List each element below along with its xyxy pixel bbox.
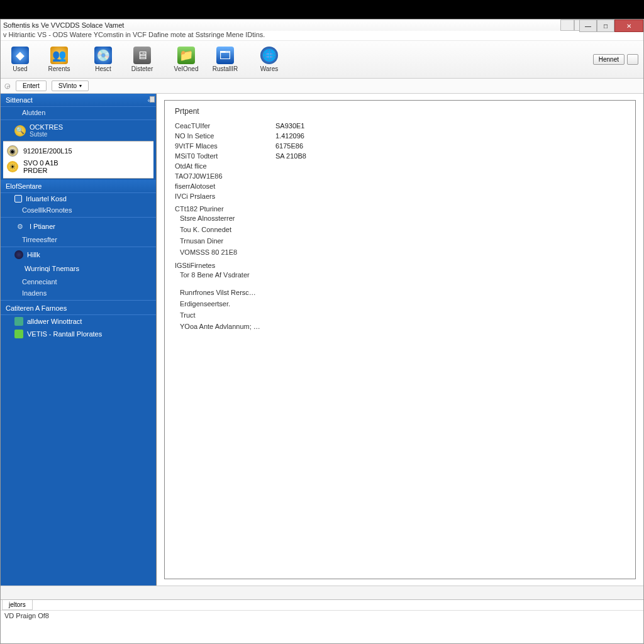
- prop-row: NO In Setice1.412096: [175, 131, 625, 141]
- sidebar-selected-item[interactable]: ◉91201E/200L15 ☀SVO 0 A1BPRDER: [3, 141, 153, 179]
- titlebar: Softentis ks Ve VVCDDS Solace Vamet — □ …: [1, 19, 643, 31]
- toolbar-group-3: 📁 VeIOned 🗔 RustallIR: [172, 47, 240, 72]
- action-link[interactable]: Runrfrones Vilst Rersc…: [175, 287, 625, 298]
- tb-wares[interactable]: 🌐 Wares: [255, 47, 284, 72]
- toolbar-group-1: ◆ Used 👥 Rerents: [6, 47, 74, 72]
- minimize-button[interactable]: —: [579, 19, 597, 32]
- tb-rustallir[interactable]: 🗔 RustallIR: [211, 47, 240, 72]
- dot-icon: [14, 263, 21, 274]
- sidebar-item-cenneciant[interactable]: Cenneciant: [1, 276, 156, 287]
- sidebar-section-catiteren[interactable]: Catiteren A Farnoes: [1, 302, 156, 315]
- main-toolbar: ◆ Used 👥 Rerents 💿 Hesct 🖥 Disteter 📁 Ve…: [1, 41, 643, 79]
- tb-used[interactable]: ◆ Used: [6, 47, 35, 72]
- sidebar-item-ockfres[interactable]: 🔍 OCKTRESSutste: [1, 121, 156, 140]
- sidebar-item-irluartel[interactable]: Irluartel Kosd: [1, 193, 156, 204]
- globe-icon: 🌐: [260, 47, 278, 64]
- window-buttons: — □ ✕: [579, 19, 643, 32]
- search-icon: 🔍: [14, 125, 26, 136]
- bottom-panel: jeltors VD Praign Of8: [1, 599, 643, 643]
- square-icon: [14, 195, 22, 203]
- hennet-button[interactable]: Hennet: [593, 54, 625, 65]
- toolbar-right: Hennet: [593, 54, 638, 65]
- subbar-tab-svinto[interactable]: SVinto▾: [52, 80, 89, 91]
- prop-row: MSiT0 TodtertSA 210B8: [175, 151, 625, 161]
- prop-row: CeacTUIferSA930E1: [175, 121, 625, 131]
- close-button[interactable]: ✕: [614, 19, 643, 32]
- toolbar-drop-button[interactable]: [627, 54, 638, 65]
- sidebar-item-alldwer[interactable]: alldwer Winottract: [1, 315, 156, 328]
- action-link[interactable]: Truct: [175, 309, 625, 321]
- action-link[interactable]: Erdigenseertser.: [175, 298, 625, 309]
- ctl-btn-1[interactable]: [560, 19, 574, 31]
- panel-title: Prtpent: [175, 107, 625, 116]
- prop-row: IVCi Prslaers: [175, 191, 625, 201]
- tb-veioned[interactable]: 📁 VeIOned: [172, 47, 201, 72]
- doc2-icon: [14, 330, 23, 338]
- toolbar-group-4: 🌐 Wares: [255, 47, 284, 72]
- section-heading: CTt182 Pturiner: [175, 205, 625, 213]
- sidebar: Sittenact « Alutden 🔍 OCKTRESSutste ◉912…: [1, 94, 157, 586]
- sidebar-item-inadens[interactable]: Inadens: [1, 287, 156, 299]
- sidebar-item-cosel[interactable]: CoselllkRonotes: [1, 204, 156, 216]
- prop-line: Tou K. Connedet: [175, 224, 625, 235]
- sidebar-item-about[interactable]: Alutden: [1, 107, 156, 118]
- sidebar-item-vetis[interactable]: VETIS - Rantall Plorates: [1, 328, 156, 340]
- main-panel: Prtpent CeacTUIferSA930E1 NO In Setice1.…: [157, 94, 643, 586]
- chevron-down-icon: ▾: [79, 83, 82, 89]
- properties-panel: Prtpent CeacTUIferSA930E1 NO In Setice1.…: [164, 100, 636, 579]
- back-icon[interactable]: ◶: [4, 82, 11, 90]
- scrollbar-thumb[interactable]: [150, 96, 155, 103]
- prop-row: TAO7J0W1E86: [175, 171, 625, 181]
- bottom-tab[interactable]: jeltors: [2, 600, 33, 610]
- bottom-line: VD Praign Of8: [1, 610, 643, 621]
- section-heading-2: IGStiFirnetes: [175, 262, 625, 269]
- action-link[interactable]: YOoa Ante Advlannum; …: [175, 321, 625, 332]
- statusbar: [1, 586, 643, 599]
- sidebar-item-hillk[interactable]: Hillk: [1, 248, 156, 261]
- toolbar-group-2: 💿 Hesct 🖥 Disteter: [89, 47, 157, 72]
- window-title: Softentis ks Ve VVCDDS Solace Vamet: [3, 21, 641, 29]
- tb-hesct[interactable]: 💿 Hesct: [89, 47, 118, 72]
- prop-line: VOMSSS 80 21E8: [175, 247, 625, 258]
- content-area: Sittenact « Alutden 🔍 OCKTRESSutste ◉912…: [1, 94, 643, 586]
- shield-icon: ◆: [11, 47, 29, 64]
- prop-line: Trnusan Diner: [175, 235, 625, 247]
- window-icon: 🗔: [216, 47, 234, 64]
- prop-line: Stsre Alnossterrer: [175, 213, 625, 224]
- sidebar-section-elofsentare[interactable]: ElofSentare: [1, 180, 156, 193]
- folder-icon: 📁: [177, 47, 195, 64]
- tb-disteter[interactable]: 🖥 Disteter: [128, 47, 157, 72]
- users-icon: 👥: [50, 47, 68, 64]
- prop-row: 9VtTF Mlaces6175E86: [175, 141, 625, 151]
- subbar-tab-entert[interactable]: Entert: [16, 80, 47, 91]
- server-icon: 🖥: [133, 47, 151, 64]
- app-window: Softentis ks Ve VVCDDS Solace Vamet — □ …: [0, 19, 644, 644]
- prop-line: Tor 8 Bene Af Vsdrater: [175, 269, 625, 280]
- doc-icon: [14, 317, 23, 326]
- disc-icon: ◉: [7, 145, 18, 157]
- sidebar-item-wurringi[interactable]: Wurrinqi Tnemars: [1, 261, 156, 276]
- sidebar-header[interactable]: Sittenact «: [1, 94, 156, 107]
- menubar: v Hitriantic VS - ODS Watere YComstin in…: [1, 31, 643, 41]
- maximize-button[interactable]: □: [597, 19, 614, 32]
- globe-small-icon: [14, 250, 23, 259]
- prop-row: OtdAt flice: [175, 161, 625, 171]
- tb-rerents[interactable]: 👥 Rerents: [45, 47, 74, 72]
- sub-toolbar: ◶ Entert SVinto▾: [1, 79, 643, 94]
- sidebar-item-ptianer[interactable]: ⚙I Ptianer: [1, 219, 156, 234]
- weather-icon: ☀: [7, 161, 18, 172]
- prop-row: fiserrAlotoset: [175, 181, 625, 191]
- gear-icon: ⚙: [14, 221, 26, 232]
- disk-icon: 💿: [94, 47, 112, 64]
- sidebar-item-tirree[interactable]: Tirreeesfter: [1, 234, 156, 245]
